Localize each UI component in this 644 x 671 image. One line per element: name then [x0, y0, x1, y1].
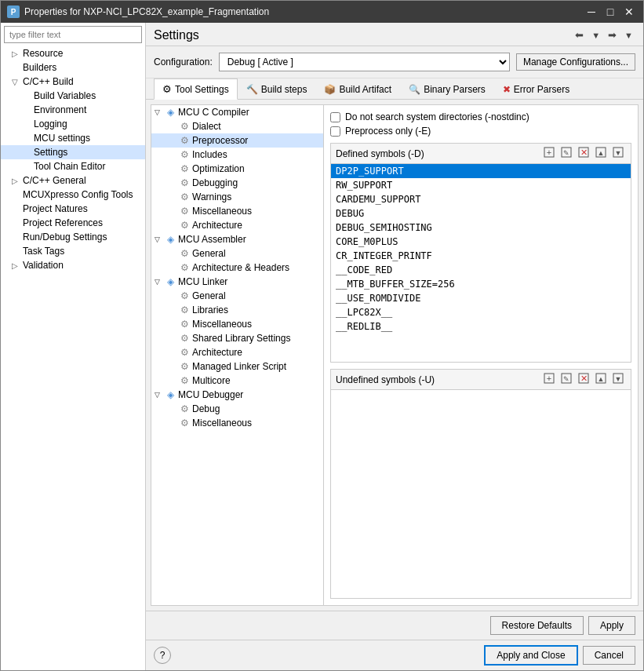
tree-mcu-c-compiler[interactable]: ▽ ◈ MCU C Compiler [151, 105, 323, 119]
sidebar-item-c-build[interactable]: ▽ C/C++ Build [1, 75, 145, 89]
tree-managed-linker[interactable]: ⚙ Managed Linker Script [151, 359, 323, 374]
symbol-item-0[interactable]: DP2P_SUPPORT [331, 164, 631, 178]
sidebar-item-build-variables[interactable]: Build Variables [1, 89, 145, 103]
tree-linker-arch[interactable]: ⚙ Architecture [151, 345, 323, 359]
tree-linker-misc[interactable]: ⚙ Miscellaneous [151, 317, 323, 331]
tab-build-artifact[interactable]: 📦 Build Artifact [315, 78, 400, 100]
symbol-item-2[interactable]: CARDEMU_SUPPORT [331, 192, 631, 206]
window-title: Properties for NXP-NCI_LPC82X_example_Fr… [24, 6, 584, 17]
tree-label-linker-libraries: Libraries [192, 305, 228, 315]
svg-text:✎: ✎ [563, 149, 569, 157]
apply-and-close-button[interactable]: Apply and Close [484, 645, 577, 666]
help-button[interactable]: ? [154, 647, 171, 664]
tree-miscellaneous[interactable]: ⚙ Miscellaneous [151, 204, 323, 218]
sidebar-item-logging[interactable]: Logging [1, 117, 145, 131]
sidebar-item-tool-chain-editor[interactable]: Tool Chain Editor [1, 159, 145, 173]
sidebar-item-resource[interactable]: ▷ Resource [1, 46, 145, 60]
symbol-item-6[interactable]: CR_INTEGER_PRINTF [331, 249, 631, 263]
restore-defaults-button[interactable]: Restore Defaults [490, 616, 584, 635]
tree-preprocessor[interactable]: ⚙ Preprocessor [151, 133, 323, 148]
tree-debugging[interactable]: ⚙ Debugging [151, 176, 323, 190]
tree-linker-libraries[interactable]: ⚙ Libraries [151, 303, 323, 317]
symbol-item-5[interactable]: CORE_M0PLUS [331, 235, 631, 249]
tree-includes[interactable]: ⚙ Includes [151, 148, 323, 162]
config-select[interactable]: Debug [ Active ] [219, 53, 510, 71]
tree-optimization[interactable]: ⚙ Optimization [151, 162, 323, 176]
manage-configurations-button[interactable]: Manage Configurations... [516, 53, 635, 71]
tab-tool-settings-label: Tool Settings [175, 84, 229, 95]
tab-tool-settings[interactable]: ⚙ Tool Settings [154, 78, 238, 100]
sidebar-item-mcu-settings[interactable]: MCU settings [1, 131, 145, 145]
tree-linker-general[interactable]: ⚙ General [151, 289, 323, 303]
sidebar-item-validation[interactable]: ▷ Validation [1, 258, 145, 272]
symbol-item-8[interactable]: __MTB_BUFFER_SIZE=256 [331, 277, 631, 291]
defined-edit-button[interactable]: ✎ [558, 146, 574, 161]
tree-label-mcu-c-compiler: MCU C Compiler [178, 107, 249, 118]
error-parsers-icon: ✖ [503, 84, 511, 95]
defined-symbols-list: DP2P_SUPPORT RW_SUPPORT CARDEMU_SUPPORT … [331, 164, 631, 362]
tree-dialect[interactable]: ⚙ Dialect [151, 119, 323, 133]
symbol-item-1[interactable]: RW_SUPPORT [331, 178, 631, 192]
symbol-item-3[interactable]: DEBUG [331, 206, 631, 221]
sidebar-item-settings[interactable]: Settings [1, 145, 145, 159]
nav-back-button[interactable]: ⬅ [571, 27, 588, 42]
nav-dropdown2-button[interactable]: ▼ [622, 27, 635, 42]
sidebar-filter-input[interactable] [4, 26, 142, 43]
undefined-up-button[interactable]: ▲ [593, 372, 609, 387]
nav-dropdown-button[interactable]: ▼ [589, 27, 602, 42]
config-label: Configuration: [154, 57, 213, 67]
defined-down-button[interactable]: ▼ [610, 146, 626, 161]
tree-warnings[interactable]: ⚙ Warnings [151, 190, 323, 204]
cancel-button[interactable]: Cancel [583, 646, 635, 665]
symbol-item-7[interactable]: __CODE_RED [331, 263, 631, 277]
tree-debug[interactable]: ⚙ Debug [151, 402, 323, 416]
sidebar-item-project-references[interactable]: Project References [1, 216, 145, 230]
maximize-button[interactable]: □ [602, 4, 618, 20]
symbol-item-9[interactable]: __USE_ROMDIVIDE [331, 291, 631, 305]
preprocess-only-row: Preprocess only (-E) [330, 126, 631, 137]
symbol-item-11[interactable]: __REDLIB__ [331, 319, 631, 334]
sidebar-item-mcuxpresso[interactable]: MCUXpresso Config Tools [1, 188, 145, 202]
preprocess-only-checkbox[interactable] [330, 126, 340, 137]
sidebar-item-c-general[interactable]: ▷ C/C++ General [1, 173, 145, 188]
tree-architecture[interactable]: ⚙ Architecture [151, 218, 323, 232]
nav-forward-button[interactable]: ➡ [604, 27, 620, 42]
sidebar-item-builders[interactable]: Builders [1, 60, 145, 75]
tab-build-steps-label: Build steps [261, 84, 307, 95]
tree-label-managed-linker: Managed Linker Script [192, 361, 286, 372]
sidebar-item-task-tags[interactable]: Task Tags [1, 244, 145, 258]
symbol-item-10[interactable]: __LPC82X__ [331, 305, 631, 319]
tree-label-mcu-assembler: MCU Assembler [178, 234, 246, 245]
tree-mcu-assembler[interactable]: ▽ ◈ MCU Assembler [151, 232, 323, 246]
tab-build-steps[interactable]: 🔨 Build steps [238, 78, 316, 100]
undefined-down-button[interactable]: ▼ [610, 372, 626, 387]
no-search-row: Do not search system directories (-nostd… [330, 111, 631, 122]
sidebar-item-environment[interactable]: Environment [1, 103, 145, 117]
sidebar-item-project-natures[interactable]: Project Natures [1, 202, 145, 216]
defined-delete-button[interactable]: ✕ [576, 146, 591, 161]
apply-button[interactable]: Apply [588, 616, 635, 635]
build-artifact-icon: 📦 [324, 84, 336, 95]
undefined-delete-button[interactable]: ✕ [576, 372, 591, 387]
tree-asm-arch[interactable]: ⚙ Architecture & Headers [151, 261, 323, 275]
defined-up-button[interactable]: ▲ [593, 146, 609, 161]
undefined-add-button[interactable]: + [541, 372, 557, 387]
sidebar-item-run-debug[interactable]: Run/Debug Settings [1, 230, 145, 244]
no-search-checkbox[interactable] [330, 112, 340, 122]
close-button[interactable]: ✕ [621, 4, 637, 20]
no-search-label: Do not search system directories (-nostd… [345, 111, 529, 122]
defined-add-button[interactable]: + [541, 146, 557, 161]
svg-text:▼: ▼ [615, 149, 622, 157]
minimize-button[interactable]: ─ [584, 4, 599, 20]
tree-label-preprocessor: Preprocessor [192, 135, 248, 146]
undefined-edit-button[interactable]: ✎ [558, 372, 574, 387]
symbol-item-4[interactable]: DEBUG_SEMIHOSTING [331, 221, 631, 235]
tab-error-parsers[interactable]: ✖ Error Parsers [494, 78, 578, 100]
tree-asm-general[interactable]: ⚙ General [151, 246, 323, 261]
tab-binary-parsers[interactable]: 🔍 Binary Parsers [400, 78, 494, 100]
tree-mcu-debugger[interactable]: ▽ ◈ MCU Debugger [151, 388, 323, 402]
tree-multicore[interactable]: ⚙ Multicore [151, 374, 323, 388]
tree-mcu-linker[interactable]: ▽ ◈ MCU Linker [151, 275, 323, 289]
tree-shared-lib[interactable]: ⚙ Shared Library Settings [151, 331, 323, 345]
tree-debug-misc[interactable]: ⚙ Miscellaneous [151, 416, 323, 430]
